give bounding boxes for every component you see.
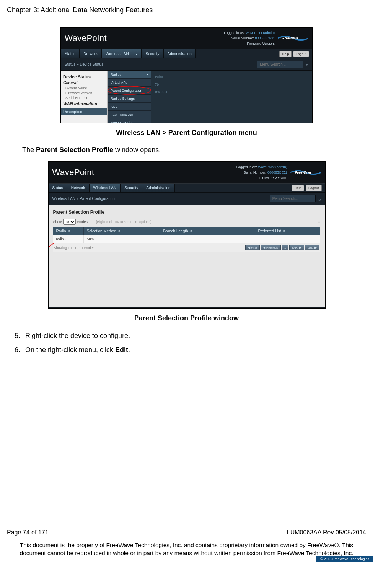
menu-search-input[interactable] bbox=[257, 61, 303, 68]
text: The bbox=[22, 146, 36, 154]
chevron-right-icon: ▸ bbox=[147, 73, 148, 76]
value-text: 7b bbox=[155, 81, 312, 88]
col-preferred-list[interactable]: Preferred List⇵ bbox=[255, 227, 320, 235]
dd-item-fast-transition[interactable]: Fast Transition bbox=[108, 111, 151, 119]
left-item: Firmware Version bbox=[65, 91, 105, 95]
dd-item-radios[interactable]: Radios ▸ bbox=[108, 71, 151, 79]
app-brand: WavePoint bbox=[52, 167, 94, 177]
serial-value: 000083C631 bbox=[255, 36, 275, 40]
sort-icon: ⇵ bbox=[118, 230, 121, 233]
show-label: Show bbox=[53, 220, 62, 224]
entries-select[interactable]: 10 bbox=[63, 219, 76, 225]
nav-tab-network[interactable]: Network bbox=[67, 184, 90, 192]
svg-text:FreeWave: FreeWave bbox=[295, 171, 311, 174]
logged-in-label: Logged in as: bbox=[224, 31, 244, 35]
serial-value: 000083C631 bbox=[267, 171, 287, 174]
pager-last-button[interactable]: Last ▶ bbox=[305, 245, 319, 250]
step-text: On the right-click menu, click bbox=[25, 346, 115, 354]
logged-in-value: WavePoint (admin) bbox=[258, 165, 287, 169]
col-label: Radio bbox=[56, 229, 66, 233]
table-header: Radio⇵ Selection Method⇵ Branch Length⇵ … bbox=[53, 227, 320, 235]
step-text: Right-click the device to configure. bbox=[25, 332, 130, 339]
table-row[interactable]: radio3 Auto - - bbox=[53, 235, 320, 243]
value-text: B3C631 bbox=[155, 88, 312, 96]
col-label: Preferred List bbox=[258, 229, 281, 233]
showing-text: Showing 1 to 1 of 1 entries bbox=[54, 246, 95, 250]
help-button[interactable]: Help bbox=[279, 51, 292, 57]
main-nav: Status Network Wireless LAN Security Adm… bbox=[49, 183, 325, 193]
firmware-label: Firmware Version: bbox=[247, 42, 275, 45]
col-radio[interactable]: Radio⇵ bbox=[53, 227, 84, 235]
col-selection-method[interactable]: Selection Method⇵ bbox=[84, 227, 160, 235]
dd-item-radius-settings[interactable]: Radius Settings bbox=[108, 95, 151, 103]
panel-title: Device Status bbox=[63, 75, 105, 79]
dd-label: Radios bbox=[111, 73, 121, 76]
dd-item-acl[interactable]: ACL bbox=[108, 103, 151, 111]
app-header-meta: Logged in as: WavePoint (admin) Serial N… bbox=[236, 164, 287, 180]
nav-tab-administration[interactable]: Administration bbox=[164, 49, 196, 58]
nav-tab-network[interactable]: Network bbox=[80, 49, 102, 58]
nav-tab-security[interactable]: Security bbox=[142, 49, 163, 58]
value-column: Point 7b B3C631 bbox=[153, 71, 312, 96]
help-button[interactable]: Help bbox=[292, 185, 304, 191]
col-branch-length[interactable]: Branch Length⇵ bbox=[160, 227, 255, 235]
body-paragraph: The Parent Selection Profile window open… bbox=[22, 145, 366, 154]
step-bold: Edit bbox=[115, 346, 128, 354]
logout-button[interactable]: Logout bbox=[306, 185, 322, 191]
main-nav: Status Network Wireless LAN ▾ Security A… bbox=[61, 49, 312, 58]
dd-item-virtual-aps[interactable]: Virtual APs bbox=[108, 79, 151, 87]
freewave-logo: FreeWave bbox=[278, 33, 308, 43]
pager-page-button[interactable]: 1 bbox=[282, 245, 288, 250]
dd-item-parent-configuration[interactable]: Parent Configuration bbox=[108, 87, 151, 95]
sort-icon: ⇵ bbox=[68, 230, 70, 233]
pager-prev-button[interactable]: ◀ Previous bbox=[261, 245, 281, 250]
nav-tab-administration[interactable]: Administration bbox=[142, 184, 174, 192]
chapter-header: Chapter 3: Additional Data Networking Fe… bbox=[7, 5, 366, 19]
figure-caption-1: Wireless LAN > Parent Configuration menu bbox=[7, 129, 366, 137]
cell-preferred: - bbox=[255, 235, 320, 243]
search-icon[interactable]: ⌕ bbox=[318, 220, 320, 224]
step-list: Right-click the device to configure. On … bbox=[22, 331, 366, 355]
general-label: General bbox=[63, 81, 105, 85]
breadcrumb: Status » Device Status bbox=[65, 62, 103, 67]
sort-icon: ⇵ bbox=[190, 230, 192, 233]
nav-tab-status[interactable]: Status bbox=[61, 49, 80, 58]
text: window opens. bbox=[113, 146, 161, 154]
list-item: On the right-click menu, click Edit. bbox=[22, 345, 366, 355]
search-icon[interactable]: ⌕ bbox=[318, 197, 321, 201]
nav-tab-wireless-lan[interactable]: Wireless LAN ▾ bbox=[102, 49, 142, 58]
search-icon[interactable]: ⌕ bbox=[306, 62, 308, 67]
nav-tab-label: Wireless LAN bbox=[106, 52, 129, 56]
screenshot-parent-selection-profile: WavePoint Logged in as: WavePoint (admin… bbox=[48, 161, 326, 309]
logged-in-label: Logged in as: bbox=[236, 165, 257, 169]
nav-tab-security[interactable]: Security bbox=[121, 184, 142, 192]
menu-search-input[interactable] bbox=[270, 195, 316, 202]
sort-icon: ⇵ bbox=[283, 230, 285, 233]
doc-revision: LUM0063AA Rev 05/05/2014 bbox=[287, 529, 366, 536]
value-text: Point bbox=[155, 73, 312, 81]
logged-in-value: WavePoint (admin) bbox=[246, 31, 275, 35]
figure-caption-2: Parent Selection Profile window bbox=[7, 314, 366, 322]
page-number: Page 74 of 171 bbox=[7, 529, 49, 536]
col-label: Branch Length bbox=[163, 229, 188, 233]
footer-rule bbox=[7, 525, 366, 525]
pager-next-button[interactable]: Next ▶ bbox=[289, 245, 304, 250]
nav-tab-status[interactable]: Status bbox=[49, 184, 67, 192]
footer-note: This document is the property of FreeWav… bbox=[7, 541, 366, 557]
pager-first-button[interactable]: ◀ First bbox=[245, 245, 260, 250]
col-label: Selection Method bbox=[87, 229, 116, 233]
list-item: Right-click the device to configure. bbox=[22, 331, 366, 341]
svg-text:FreeWave: FreeWave bbox=[282, 36, 298, 40]
text-bold: Parent Selection Profile bbox=[36, 146, 113, 154]
logout-button[interactable]: Logout bbox=[293, 51, 309, 57]
entries-label: entries bbox=[77, 220, 88, 224]
nav-tab-wireless-lan[interactable]: Wireless LAN bbox=[90, 184, 121, 192]
wireless-lan-dropdown: Radios ▸ Virtual APs Parent Configuratio… bbox=[108, 71, 151, 123]
app-header-meta: Logged in as: WavePoint (admin) Serial N… bbox=[224, 30, 275, 46]
cell-selection-method: Auto bbox=[84, 235, 160, 243]
left-item: Serial Number bbox=[65, 96, 105, 100]
header-rule bbox=[7, 19, 366, 19]
dd-item-rogue-ap-list[interactable]: Rogue AP List bbox=[108, 119, 151, 123]
svg-line-3 bbox=[48, 243, 54, 247]
hint-text: [Right click row to see more options] bbox=[96, 220, 151, 224]
